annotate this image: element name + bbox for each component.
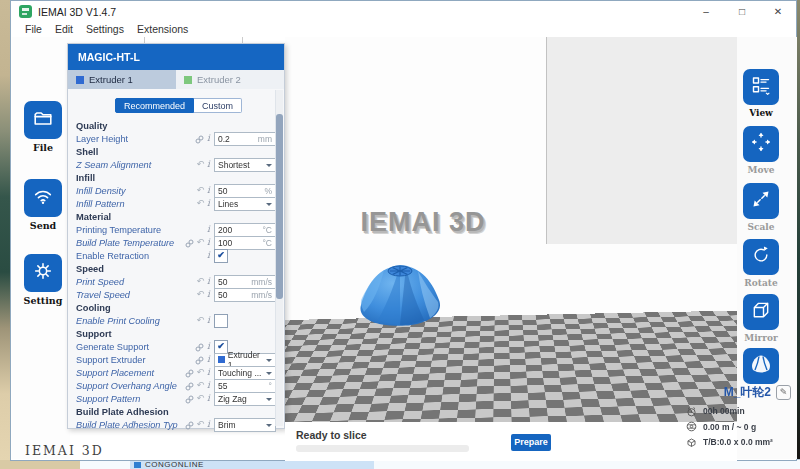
send-button[interactable] (24, 179, 62, 217)
printer-name-header[interactable]: MAGIC-HT-L (68, 44, 284, 70)
info-icon[interactable]: i (207, 277, 210, 286)
left-sidebar: FileSendSetting (12, 37, 70, 459)
impeller-thumbnail-icon (749, 352, 773, 380)
setting-label: Support Placement (76, 368, 178, 378)
setting-input[interactable]: 0.2mm (214, 132, 276, 146)
setting-dropdown[interactable]: Lines (214, 197, 276, 211)
link-icon[interactable] (185, 390, 194, 408)
info-icon[interactable]: i (207, 290, 210, 299)
gear-icon (32, 260, 54, 286)
view-tool-button[interactable] (743, 69, 779, 105)
mode-custom[interactable]: Custom (194, 98, 242, 113)
mode-recommended[interactable]: Recommended (115, 98, 194, 113)
setting-input[interactable]: 50mm/s (214, 275, 276, 289)
reset-icon[interactable]: ↶ (197, 199, 205, 208)
setting-input[interactable]: 50% (214, 184, 276, 198)
tab-extruder-2-label: Extruder 2 (197, 74, 241, 85)
link-icon[interactable] (185, 234, 194, 252)
info-icon[interactable]: i (207, 251, 210, 260)
info-icon[interactable]: i (207, 134, 210, 143)
background-item-label: CONGONLINE (145, 461, 204, 469)
material-usage-value: 0.00 m / ~ 0 g (703, 422, 756, 432)
menu-extensions[interactable]: Extensions (137, 23, 188, 37)
setting-button[interactable] (24, 254, 62, 292)
move-tool-label: Move (737, 165, 785, 175)
setting-input[interactable]: 55° (214, 379, 276, 393)
mirror-icon (751, 300, 771, 324)
tab-extruder-2[interactable]: Extruder 2 (176, 70, 284, 89)
menu-settings[interactable]: Settings (86, 23, 124, 37)
setting-dropdown[interactable]: Brim (214, 418, 276, 432)
reset-icon[interactable]: ↶ (197, 160, 205, 169)
menu-edit[interactable]: Edit (55, 23, 73, 37)
scale-icon (751, 189, 771, 213)
model-impeller[interactable] (354, 258, 446, 328)
setting-label: Travel Speed (76, 290, 178, 300)
setting-row: Support Pattern↶iZig Zag (76, 392, 276, 405)
setting-label: Support Extruder (76, 355, 178, 365)
build-volume-wall (546, 37, 737, 244)
chevron-down-icon (266, 424, 272, 430)
chevron-down-icon (266, 359, 272, 365)
file-button[interactable] (24, 101, 62, 139)
rotate-tool-button[interactable] (743, 239, 779, 275)
reset-icon[interactable]: ↶ (197, 186, 205, 195)
setting-input[interactable]: 50mm/s (214, 288, 276, 302)
minimize-button[interactable]: – (688, 1, 724, 23)
reset-icon[interactable]: ↶ (197, 277, 205, 286)
setting-label: Build Plate Temperature (76, 238, 178, 248)
close-button[interactable]: ✕ (760, 1, 796, 23)
rename-model-icon[interactable]: ✎ (776, 385, 791, 400)
reset-icon[interactable]: ↶ (197, 290, 205, 299)
info-icon[interactable]: i (207, 186, 210, 195)
info-icon[interactable]: i (207, 199, 210, 208)
slice-status-text: Ready to slice (296, 429, 367, 441)
setting-dropdown[interactable]: Extruder 1 (214, 353, 276, 367)
prepare-button[interactable]: Prepare (511, 434, 551, 451)
setting-label: Enable Print Cooling (76, 316, 178, 326)
setting-label: Build Plate Adhesion Type (76, 420, 178, 430)
setting-row: Enable Print Cooling↶i (76, 314, 276, 327)
info-icon[interactable]: i (207, 420, 210, 429)
setting-dropdown[interactable]: Shortest (214, 158, 276, 172)
title-bar[interactable]: IEMAI 3D V1.4.7 –□✕ (11, 1, 796, 23)
setting-dropdown[interactable]: Touching ... (214, 366, 276, 380)
setting-row: Travel Speed↶i50mm/s (76, 288, 276, 301)
scale-tool-button[interactable] (743, 183, 779, 219)
tab-extruder-1[interactable]: Extruder 1 (68, 70, 176, 89)
3d-viewport[interactable]: IEMAI 3D (285, 37, 737, 422)
menu-file[interactable]: File (25, 23, 42, 37)
info-icon[interactable]: i (207, 238, 210, 247)
setting-input[interactable]: 200°C (214, 223, 276, 237)
setting-checkbox[interactable]: ✔ (214, 249, 228, 263)
reset-icon[interactable]: ↶ (197, 316, 205, 325)
setting-label: Layer Height (76, 134, 178, 144)
maximize-button[interactable]: □ (724, 1, 760, 23)
setting-row: Support Placement↶iTouching ... (76, 366, 276, 379)
model-info-panel: M_叶轮2 ✎ 00h 00min 0.00 m / ~ 0 g T/B:0.0 (641, 384, 793, 448)
panel-scrollbar-thumb[interactable] (276, 114, 283, 299)
info-icon[interactable]: i (207, 160, 210, 169)
move-tool-button[interactable] (743, 126, 779, 162)
mirror-tool-label: Mirror (737, 333, 785, 343)
link-icon[interactable] (195, 130, 204, 148)
app-logo-icon (19, 5, 32, 18)
settings-section-header: Shell (76, 145, 276, 158)
background-window-list-item[interactable]: CONGONLINE (130, 461, 374, 469)
slice-progress-bar (296, 445, 469, 452)
setting-row: Build Plate Adhesion Type↶iBrim (76, 418, 276, 431)
reset-icon[interactable]: ↶ (197, 394, 205, 403)
mirror-tool-button[interactable] (743, 294, 779, 330)
reset-icon[interactable]: ↶ (197, 420, 205, 429)
info-icon[interactable]: i (207, 316, 210, 325)
link-icon[interactable] (185, 416, 194, 434)
reset-icon[interactable]: ↶ (197, 238, 205, 247)
setting-row: Printing Temperaturei200°C (76, 223, 276, 236)
setting-checkbox[interactable] (214, 314, 228, 328)
setting-row: Enable Retractioni✔ (76, 249, 276, 262)
setting-dropdown[interactable]: Zig Zag (214, 392, 276, 406)
setting-input[interactable]: 100°C (214, 236, 276, 250)
model-thumbnail-button[interactable] (743, 348, 779, 384)
setting-row: Infill Pattern↶iLines (76, 197, 276, 210)
info-icon[interactable]: i (207, 394, 210, 403)
